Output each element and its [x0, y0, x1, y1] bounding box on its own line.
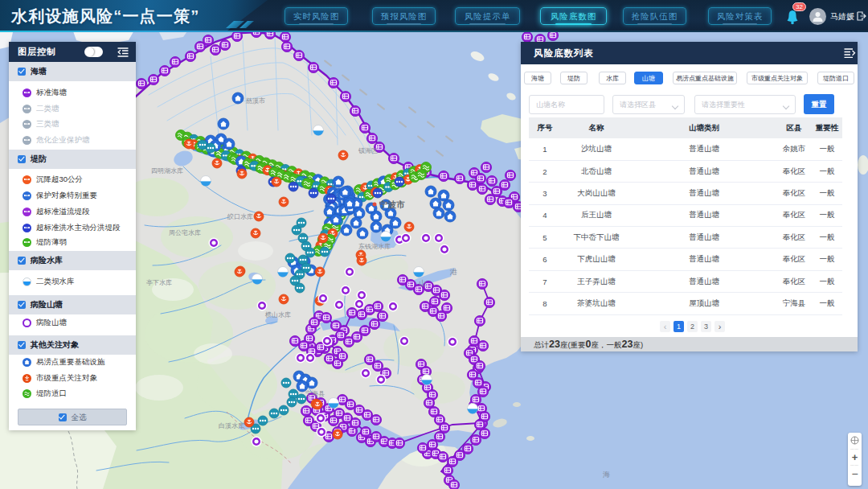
svg-text:山: 山	[419, 279, 426, 287]
svg-text:周公宅水库: 周公宅水库	[169, 229, 201, 236]
svg-text:皎口水库: 皎口水库	[227, 213, 253, 220]
svg-text:东钱湖水库: 东钱湖水库	[358, 243, 391, 250]
svg-text:慈溪市: 慈溪市	[245, 97, 265, 105]
svg-text:宁海县: 宁海县	[305, 390, 325, 397]
svg-text:白溪水库: 白溪水库	[219, 422, 244, 429]
svg-text:宁波市: 宁波市	[379, 199, 405, 209]
svg-text:港: 港	[449, 268, 457, 276]
svg-text:海: 海	[603, 471, 610, 479]
svg-text:镇海区: 镇海区	[358, 147, 378, 154]
svg-text:亭下水库: 亭下水库	[146, 279, 172, 286]
svg-text:四明湖水库: 四明湖水库	[151, 167, 183, 175]
svg-text:横山水库: 横山水库	[264, 311, 291, 318]
